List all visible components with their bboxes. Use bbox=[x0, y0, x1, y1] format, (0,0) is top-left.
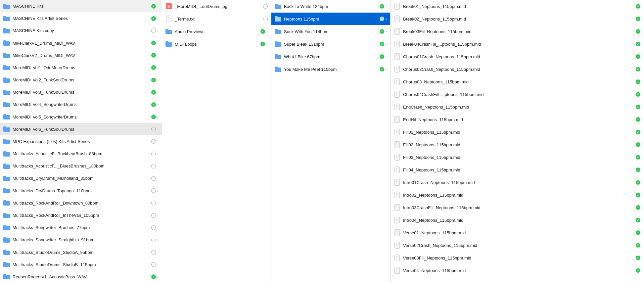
list-item[interactable]: You Make Me Peel 110bpm✓› bbox=[271, 63, 390, 75]
chevron-right-icon: › bbox=[157, 103, 159, 107]
list-item[interactable]: Multitracks_DryDrums_Topanga_110bpm› bbox=[0, 185, 162, 197]
status-circle-icon bbox=[151, 225, 156, 230]
list-item[interactable]: Multitracks_AcousticF...BackbeatBrush_83… bbox=[0, 148, 162, 160]
list-item[interactable]: Fill03_Neptoons_115bpm.mid✓ bbox=[391, 151, 644, 164]
list-item[interactable]: Neptoons 115bpm✓› bbox=[271, 13, 390, 25]
list-item[interactable]: Intro03CrashFill_Neptoons_115bpm.mid✓ bbox=[391, 201, 644, 214]
list-item[interactable]: Intro02_Neptoons_115bpm.mid✓ bbox=[391, 189, 644, 201]
list-item[interactable]: MoreMIDI Vol2_FunkSoulDrums✓› bbox=[0, 74, 162, 86]
list-item[interactable]: MikeClarkV1_Drums_MIDI_WAV✓› bbox=[0, 37, 162, 49]
list-item[interactable]: MIDI Loops✓› bbox=[162, 38, 271, 50]
list-item[interactable]: Fill02_Neptoons_115bpm.mid✓ bbox=[391, 138, 644, 151]
folder-icon bbox=[3, 101, 10, 108]
item-status: ✓ bbox=[151, 274, 156, 279]
chevron-right-icon: › bbox=[157, 29, 159, 33]
item-status: ✓ bbox=[380, 29, 384, 34]
item-status: ✓ bbox=[636, 205, 640, 210]
list-item[interactable]: Verse01_Neptoons_115bpm.mid✓ bbox=[391, 226, 644, 239]
chevron-right-icon: › bbox=[157, 250, 159, 254]
status-check-icon: ✓ bbox=[636, 268, 640, 273]
list-item[interactable]: Fill04_Neptoons_115bpm.mid✓ bbox=[391, 164, 644, 176]
list-item[interactable]: Chorus02Crash_Neptoons_115bpm.mid✓ bbox=[391, 63, 644, 75]
list-item[interactable]: _Terms.txt bbox=[162, 13, 271, 25]
column-2: ▣_MoreMIDI_...oulDrums.jpg_Terms.txtAudi… bbox=[162, 0, 271, 283]
list-item[interactable]: ReubenRogersV1_AcousticBass_WAV✓› bbox=[0, 271, 162, 283]
item-status: ✓ bbox=[380, 4, 384, 9]
folder-icon bbox=[165, 41, 172, 47]
list-item[interactable]: Multitracks_Songwriter_Brushes_77bpm› bbox=[0, 221, 162, 234]
list-item[interactable]: MPC Expansions (files) Kits Artist Serie… bbox=[0, 135, 162, 148]
chevron-right-icon: › bbox=[157, 164, 159, 168]
list-item[interactable]: MASCHINE Kits✓› bbox=[0, 0, 162, 12]
list-item[interactable]: MoreMIDI Vol5_SongwriterDrums✓› bbox=[0, 111, 162, 123]
status-check-icon: ✓ bbox=[636, 17, 640, 21]
status-circle-icon bbox=[151, 238, 156, 242]
list-item[interactable]: EndHit_Neptoons_115bpm.mid✓ bbox=[391, 113, 644, 126]
list-item[interactable]: Multitracks_RockAndRoll_Downtown_80bpm› bbox=[0, 197, 162, 209]
item-status: ✓ bbox=[636, 42, 640, 46]
status-check-icon: ✓ bbox=[636, 92, 640, 97]
item-label: Multitracks_Songwriter_Brushes_77bpm bbox=[13, 225, 149, 230]
list-item[interactable]: Break03Fill_Neptoons_115bpm.mid✓ bbox=[391, 25, 644, 38]
list-item[interactable]: Break01_Neptoons_115bpm.mid✓ bbox=[391, 0, 644, 13]
list-item[interactable]: Multitracks_RockAndRoll_InTheVan_105bpm› bbox=[0, 209, 162, 221]
item-label: You Make Me Peel 110bpm bbox=[284, 67, 378, 72]
list-item[interactable]: Chorus03_Neptoons_115bpm.mid✓ bbox=[391, 75, 644, 88]
item-label: Multitracks_AcousticF..._BluesBrushes_18… bbox=[13, 164, 149, 168]
item-status: ✓ bbox=[636, 117, 640, 122]
list-item[interactable]: MoreMIDI Vol4_SongwriterDrums✓› bbox=[0, 98, 162, 111]
list-item[interactable]: MoreMIDI Vol3_FunkSoulDrums✓› bbox=[0, 86, 162, 98]
list-item[interactable]: MASCHINE Kits copy› bbox=[0, 24, 162, 37]
list-item[interactable]: MoreMIDI Vol1_OddMeterDrums✓› bbox=[0, 62, 162, 74]
midi-file-icon bbox=[394, 28, 400, 35]
list-item[interactable]: Verse02Crash_Neptoons_115bpm.mid✓ bbox=[391, 239, 644, 252]
list-item[interactable]: Break02_Neptoons_115bpm.mid✓ bbox=[391, 13, 644, 25]
list-item[interactable]: Verse03Fill_Neptoons_115bpm.mid✓ bbox=[391, 252, 644, 264]
item-status: ✓ bbox=[636, 193, 640, 197]
list-item[interactable]: Fill01_Neptoons_115bpm.mid✓ bbox=[391, 126, 644, 138]
list-item[interactable]: EndCrash_Neptoons_115bpm.mid✓ bbox=[391, 101, 644, 113]
list-item[interactable]: Intro04_Neptoons_115bpm.mid✓ bbox=[391, 214, 644, 226]
list-item[interactable]: MoreMIDI Vol6_FunkSoulDrums› bbox=[0, 123, 162, 135]
item-label: Chorus04CrashFill_...ptoons_115bpm.mid bbox=[403, 92, 634, 97]
list-item[interactable]: Multitracks_StudioDrums_StudioB_115bpm› bbox=[0, 259, 162, 271]
list-item[interactable]: MASCHINE Kits Artist Series✓› bbox=[0, 12, 162, 24]
item-label: Fill04_Neptoons_115bpm.mid bbox=[403, 167, 634, 172]
status-circle-icon bbox=[151, 28, 156, 33]
status-check-icon: ✓ bbox=[636, 167, 640, 172]
list-item[interactable]: Super Bleak 131bpm✓› bbox=[271, 38, 390, 50]
item-label: Audio Previews bbox=[175, 29, 258, 34]
list-item[interactable]: Multitracks_Songwriter_StraightUp_91bpm› bbox=[0, 234, 162, 246]
item-label: Multitracks_StudioDrums_StudioA_95bpm bbox=[13, 250, 149, 255]
list-item[interactable]: Multitracks_StudioDrums_StudioA_95bpm› bbox=[0, 246, 162, 258]
status-check-icon: ✓ bbox=[151, 90, 156, 95]
list-item[interactable]: Chorus01Crash_Neptoons_115bpm.mid✓ bbox=[391, 50, 644, 63]
item-status bbox=[151, 164, 156, 168]
item-status bbox=[263, 4, 268, 9]
item-label: Verse02Crash_Neptoons_115bpm.mid bbox=[403, 243, 634, 248]
list-item[interactable]: Multitracks_DryDrums_Mulholland_85bpm› bbox=[0, 172, 162, 184]
list-item[interactable]: Audio Previews✓› bbox=[162, 25, 271, 38]
status-circle-icon bbox=[151, 201, 156, 205]
list-item[interactable]: ▣_MoreMIDI_...oulDrums.jpg bbox=[162, 0, 271, 13]
list-item[interactable]: Intro01Crash_Neptoons_115bpm.mid✓ bbox=[391, 176, 644, 189]
folder-icon bbox=[275, 53, 281, 60]
midi-file-icon bbox=[394, 229, 400, 236]
list-item[interactable]: Multitracks_AcousticF..._BluesBrushes_18… bbox=[0, 160, 162, 172]
list-item[interactable]: Break04CrashFill_...ptoons_115bpm.mid✓ bbox=[391, 38, 644, 50]
list-item[interactable]: Verse04_Neptoons_115bpm.mid✓ bbox=[391, 264, 644, 277]
list-item[interactable]: Sock With You 114bpm✓› bbox=[271, 25, 390, 38]
list-item[interactable]: What I Bike 67bpm✓› bbox=[271, 50, 390, 63]
chevron-right-icon: › bbox=[386, 29, 387, 33]
list-item[interactable]: Chorus04CrashFill_...ptoons_115bpm.mid✓ bbox=[391, 88, 644, 101]
folder-icon bbox=[3, 237, 10, 243]
chevron-right-icon: › bbox=[157, 127, 159, 131]
list-item[interactable]: Back To White 124bpm✓› bbox=[271, 0, 390, 13]
item-label: MoreMIDI Vol3_FunkSoulDrums bbox=[13, 90, 149, 95]
list-item[interactable]: MikeClarkV2_Drums_MIDI_WAV✓› bbox=[0, 49, 162, 62]
item-status: ✓ bbox=[260, 29, 265, 34]
folder-icon bbox=[3, 15, 10, 22]
item-status bbox=[263, 17, 268, 21]
item-status: ✓ bbox=[151, 78, 156, 82]
chevron-right-icon: › bbox=[157, 201, 159, 205]
